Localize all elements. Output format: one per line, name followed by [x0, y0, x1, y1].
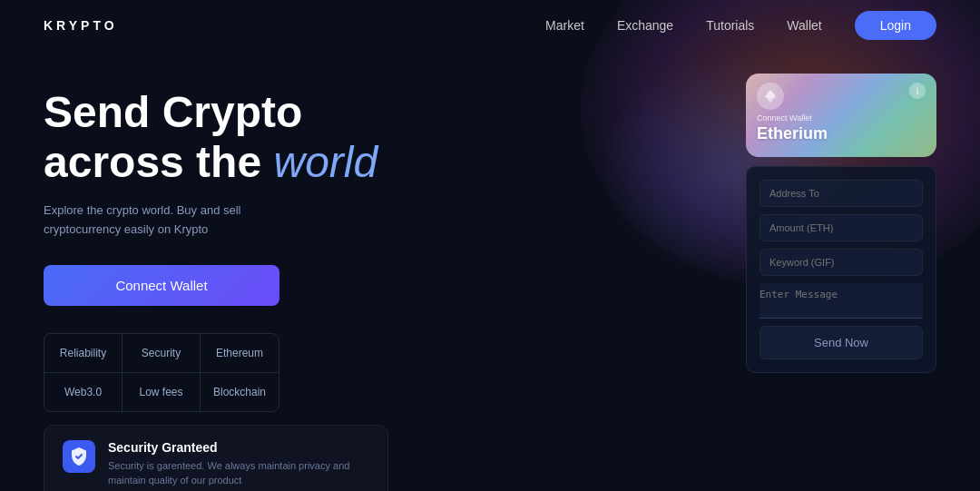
navbar: KRYPTO Market Exchange Tutorials Wallet … [0, 0, 980, 51]
wallet-card: i Connect Wallet Etherium [746, 74, 936, 157]
message-input[interactable] [760, 283, 923, 319]
nav-exchange[interactable]: Exchange [617, 18, 673, 33]
nav-wallet[interactable]: Wallet [787, 18, 821, 33]
feature-security: Security [122, 334, 201, 373]
feature-blockchain: Blockchain [201, 373, 279, 411]
security-card: Security Granteed Security is garenteed.… [44, 425, 388, 491]
security-title: Security Granteed [108, 440, 369, 455]
connect-wallet-button[interactable]: Connect Wallet [44, 265, 279, 306]
eth-icon [757, 83, 784, 110]
amount-input[interactable] [760, 214, 923, 241]
right-side: i Connect Wallet Etherium Send Now [746, 69, 936, 412]
send-form: Send Now [746, 166, 936, 373]
info-icon: i [909, 83, 926, 99]
address-input[interactable] [760, 180, 923, 207]
shield-icon [63, 440, 95, 473]
feature-ethereum: Ethereum [201, 334, 279, 373]
hero-subtitle: Explore the crypto world. Buy and sell c… [44, 201, 298, 240]
bottom-section: Security Granteed Security is garenteed.… [0, 412, 980, 491]
wallet-card-name: Etherium [746, 123, 936, 143]
security-description: Security is garenteed. We always maintai… [108, 458, 369, 488]
keyword-input[interactable] [760, 249, 923, 276]
send-now-button[interactable]: Send Now [760, 326, 923, 359]
hero-title-line2-plain: across the [44, 138, 261, 186]
security-text: Security Granteed Security is garenteed.… [108, 440, 369, 488]
hero-title-highlight: world [273, 138, 377, 186]
hero-title: Send Crypto across the world [44, 87, 710, 187]
nav-market[interactable]: Market [545, 18, 584, 33]
hero-title-line1: Send Crypto [44, 88, 302, 136]
logo: KRYPTO [44, 18, 118, 33]
wallet-card-label: Connect Wallet [746, 110, 936, 123]
login-button[interactable]: Login [855, 11, 936, 40]
nav-links: Market Exchange Tutorials Wallet Login [545, 11, 936, 40]
feature-lowfees: Low fees [122, 373, 201, 411]
nav-tutorials[interactable]: Tutorials [706, 18, 754, 33]
feature-web3: Web3.0 [44, 373, 122, 411]
feature-reliability: Reliability [44, 334, 122, 373]
left-side: Send Crypto across the world Explore the… [44, 69, 710, 412]
feature-grid: Reliability Security Ethereum Web3.0 Low… [44, 333, 279, 412]
main-content: Send Crypto across the world Explore the… [0, 51, 980, 412]
